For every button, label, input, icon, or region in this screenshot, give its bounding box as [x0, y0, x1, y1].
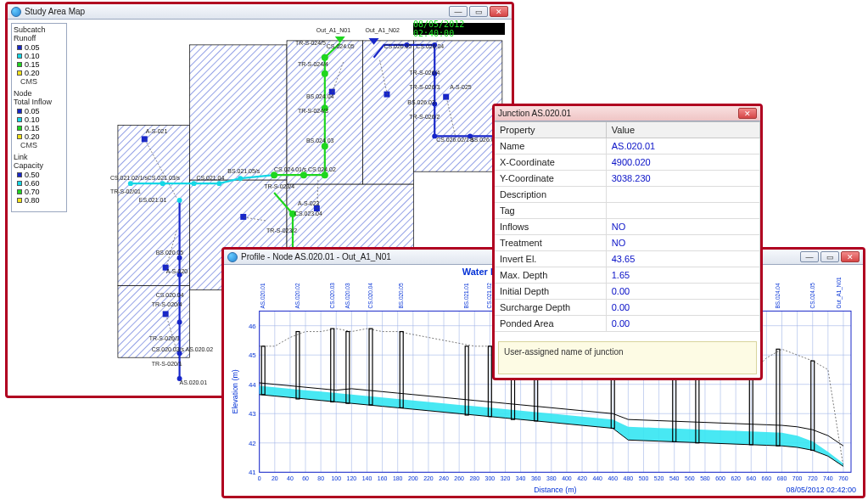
- svg-rect-213: [465, 346, 468, 415]
- svg-text:CS.024.01/s: CS.024.01/s: [274, 166, 307, 172]
- svg-text:380: 380: [546, 475, 557, 481]
- property-table[interactable]: Property Value NameAS.020.01X-Coordinate…: [495, 121, 760, 338]
- legend-stop: 0.50: [25, 171, 40, 179]
- svg-text:CS.024.05: CS.024.05: [809, 283, 815, 309]
- svg-text:45: 45: [249, 351, 256, 359]
- map-titlebar[interactable]: Study Area Map — ▭ ✕: [8, 4, 512, 20]
- svg-text:180: 180: [393, 475, 403, 481]
- svg-text:280: 280: [469, 475, 479, 481]
- svg-point-47: [322, 171, 328, 178]
- property-value[interactable]: NO: [606, 219, 759, 235]
- property-row[interactable]: Initial Depth0.00: [495, 284, 760, 300]
- property-row[interactable]: Tag: [495, 203, 760, 219]
- svg-text:720: 720: [808, 475, 818, 481]
- property-row[interactable]: InflowsNO: [495, 219, 760, 235]
- property-name: X-Coordinate: [495, 154, 606, 171]
- profile-plot-timestamp: 08/05/2012 02:42:00: [786, 486, 856, 494]
- property-row[interactable]: Max. Depth1.65: [495, 267, 760, 284]
- simulation-clock: 08/05/2012 02:40:00: [413, 23, 505, 35]
- svg-text:440: 440: [592, 475, 602, 481]
- svg-text:700: 700: [792, 475, 803, 481]
- property-value[interactable]: AS.020.01: [606, 138, 759, 154]
- property-value[interactable]: NO: [606, 235, 759, 251]
- legend-stop: 0.10: [25, 52, 40, 60]
- svg-text:44: 44: [249, 381, 256, 389]
- legend-node-title: Node: [14, 89, 64, 98]
- svg-point-41: [192, 181, 197, 186]
- svg-text:Elevation (m): Elevation (m): [231, 369, 239, 413]
- svg-rect-9: [413, 41, 502, 171]
- svg-text:46: 46: [249, 323, 256, 330]
- svg-text:400: 400: [562, 475, 572, 481]
- svg-text:TR-S-026/4: TR-S-026/4: [409, 70, 440, 76]
- svg-text:AS.020.01: AS.020.01: [180, 379, 208, 385]
- svg-text:AS.020.02: AS.020.02: [186, 346, 214, 352]
- svg-text:Distance (m): Distance (m): [534, 486, 576, 494]
- svg-text:500: 500: [639, 475, 649, 481]
- prop-titlebar[interactable]: Junction AS.020.01 ✕: [495, 106, 760, 121]
- svg-point-46: [300, 171, 307, 178]
- minimize-button[interactable]: —: [449, 6, 468, 17]
- svg-text:TR-S-020/3: TR-S-020/3: [149, 335, 180, 341]
- property-row[interactable]: Y-Coordinate3038.230: [495, 171, 760, 187]
- svg-text:480: 480: [624, 475, 634, 481]
- close-button[interactable]: ✕: [490, 6, 508, 17]
- prop-window-title: Junction AS.020.01: [498, 109, 738, 118]
- property-value[interactable]: 3038.230: [606, 171, 759, 187]
- svg-text:540: 540: [669, 475, 680, 481]
- property-name: Max. Depth: [495, 267, 606, 284]
- property-value[interactable]: 0.00: [606, 300, 759, 316]
- property-row[interactable]: X-Coordinate4900.020: [495, 154, 760, 171]
- svg-text:740: 740: [823, 475, 833, 481]
- property-value[interactable]: 43.65: [606, 251, 759, 267]
- property-value[interactable]: 4900.020: [606, 154, 759, 171]
- svg-rect-8: [287, 184, 413, 256]
- close-button[interactable]: ✕: [738, 108, 757, 119]
- svg-text:TR-S-020/1: TR-S-020/1: [152, 361, 182, 367]
- property-row[interactable]: Description: [495, 187, 760, 203]
- property-value[interactable]: 0.00: [606, 316, 759, 332]
- svg-point-51: [322, 54, 328, 61]
- property-value[interactable]: 0.00: [606, 284, 759, 300]
- property-name: Inflows: [495, 219, 606, 235]
- svg-point-40: [160, 181, 165, 186]
- svg-text:A-S-025: A-S-025: [450, 84, 472, 90]
- property-value[interactable]: 1.65: [606, 267, 759, 284]
- maximize-button[interactable]: ▭: [469, 6, 488, 17]
- svg-text:80: 80: [317, 475, 324, 481]
- svg-text:CS.026.04: CS.026.04: [416, 43, 444, 49]
- property-row[interactable]: NameAS.020.01: [495, 138, 760, 154]
- svg-rect-17: [443, 94, 449, 100]
- svg-text:CS.020.04: CS.020.04: [367, 283, 373, 309]
- svg-text:BS.021.05/s: BS.021.05/s: [227, 168, 260, 174]
- svg-text:60: 60: [302, 475, 309, 481]
- property-row[interactable]: TreatmentNO: [495, 235, 760, 251]
- svg-text:TR-S-023/2: TR-S-023/2: [266, 228, 297, 233]
- svg-text:260: 260: [454, 475, 464, 481]
- property-row[interactable]: Invert El.43.65: [495, 251, 760, 267]
- svg-text:100: 100: [331, 475, 341, 481]
- svg-point-39: [128, 181, 133, 186]
- svg-text:460: 460: [608, 475, 619, 481]
- svg-text:BS.024.04: BS.024.04: [775, 283, 781, 308]
- maximize-button[interactable]: ▭: [820, 251, 839, 262]
- svg-text:CS.020.03: CS.020.03: [329, 283, 335, 309]
- svg-text:580: 580: [700, 475, 710, 481]
- svg-text:AS.020.02: AS.020.02: [294, 283, 300, 308]
- property-value[interactable]: [606, 187, 759, 203]
- property-value[interactable]: [606, 203, 759, 219]
- close-button[interactable]: ✕: [841, 251, 860, 262]
- property-row[interactable]: Ponded Area0.00: [495, 316, 760, 332]
- minimize-button[interactable]: —: [800, 251, 819, 262]
- svg-point-44: [177, 198, 182, 203]
- svg-text:520: 520: [654, 475, 664, 481]
- property-row[interactable]: Surcharge Depth0.00: [495, 300, 760, 316]
- property-hint: User-assigned name of junction: [498, 341, 757, 374]
- svg-rect-4: [190, 45, 287, 180]
- legend-link-param: Capacity: [14, 161, 64, 170]
- property-name: Initial Depth: [495, 284, 606, 300]
- svg-point-48: [322, 143, 328, 149]
- legend-subcatch-title: Subcatch: [14, 25, 64, 34]
- map-window-title: Study Area Map: [25, 7, 449, 16]
- legend-stop: 0.10: [25, 115, 40, 124]
